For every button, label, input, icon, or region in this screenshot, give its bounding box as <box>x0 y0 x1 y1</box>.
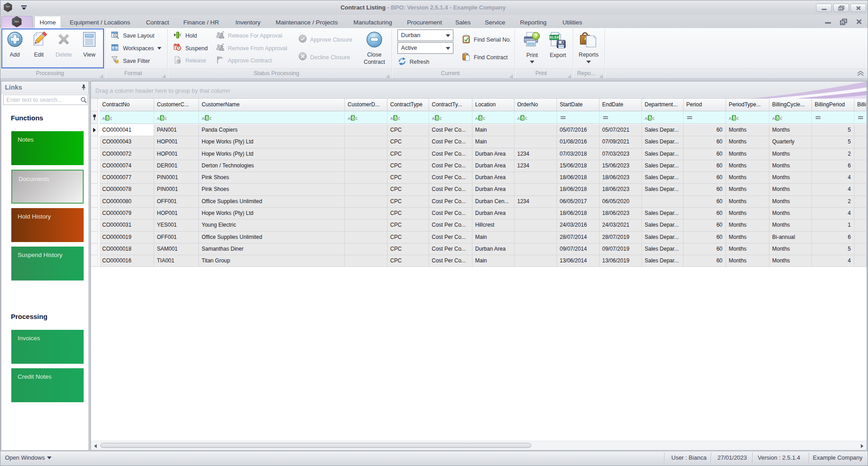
svg-text:A: A <box>645 116 648 121</box>
svg-text:XLSX: XLSX <box>549 35 559 39</box>
svg-text:C: C <box>110 116 112 121</box>
svg-text:A: A <box>729 116 732 121</box>
svg-text:C: C <box>483 116 485 121</box>
svg-text:A: A <box>475 116 478 121</box>
svg-text:C: C <box>398 116 400 121</box>
svg-text:A: A <box>772 116 775 121</box>
svg-text:?: ? <box>534 33 538 38</box>
svg-text:C: C <box>780 116 782 121</box>
svg-text:C: C <box>439 116 442 121</box>
svg-text:A: A <box>390 116 393 121</box>
svg-text:A: A <box>157 116 160 121</box>
svg-text:bpo: bpo <box>6 5 10 8</box>
svg-text:C: C <box>525 116 527 121</box>
svg-text:C: C <box>652 116 655 121</box>
svg-text:A: A <box>432 116 435 121</box>
svg-text:A: A <box>102 116 105 121</box>
svg-text:C: C <box>355 116 358 121</box>
svg-text:A: A <box>348 116 351 121</box>
svg-text:A: A <box>202 116 205 121</box>
svg-text:C: C <box>209 116 212 121</box>
svg-text:C: C <box>736 116 739 121</box>
svg-text:bpo: bpo <box>14 20 19 23</box>
svg-text:A: A <box>517 116 520 121</box>
svg-text:C: C <box>165 116 167 121</box>
